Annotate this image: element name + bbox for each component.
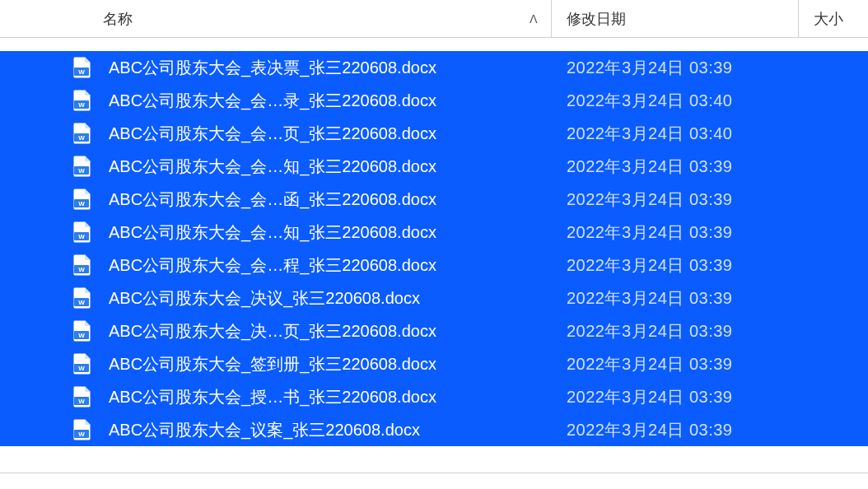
file-row-name-cell: W ABC公司股东大会_会…知_张三220608.docx: [0, 156, 552, 178]
file-row[interactable]: W ABC公司股东大会_签到册_张三220608.docx2022年3月24日 …: [0, 347, 868, 380]
file-row-name-cell: W ABC公司股东大会_决…页_张三220608.docx: [0, 320, 552, 342]
column-header-date[interactable]: 修改日期: [552, 0, 799, 37]
svg-text:W: W: [78, 431, 85, 438]
file-name-label: ABC公司股东大会_决议_张三220608.docx: [109, 287, 420, 310]
word-document-icon: W: [72, 123, 91, 144]
file-name-label: ABC公司股东大会_会…知_张三220608.docx: [109, 221, 436, 244]
file-date-label: 2022年3月24日 03:40: [552, 123, 799, 145]
svg-text:W: W: [78, 167, 85, 175]
file-row-name-cell: W ABC公司股东大会_签到册_张三220608.docx: [0, 353, 552, 375]
sort-ascending-icon: ᐱ: [530, 12, 538, 26]
file-date-label: 2022年3月24日 03:39: [552, 353, 799, 375]
word-document-icon: W: [72, 419, 91, 440]
word-document-icon: W: [72, 57, 91, 78]
word-document-icon: W: [72, 254, 91, 276]
column-header-size[interactable]: 大小: [799, 0, 868, 37]
file-row-name-cell: W ABC公司股东大会_会…录_张三220608.docx: [0, 90, 552, 112]
file-name-label: ABC公司股东大会_授…书_张三220608.docx: [109, 386, 436, 408]
file-row[interactable]: W ABC公司股东大会_会…函_张三220608.docx2022年3月24日 …: [0, 183, 868, 216]
file-name-label: ABC公司股东大会_表决票_张三220608.docx: [109, 57, 436, 79]
file-list: W ABC公司股东大会_表决票_张三220608.docx2022年3月24日 …: [0, 38, 868, 459]
word-document-icon: W: [72, 353, 91, 375]
column-header-name-label: 名称: [103, 9, 133, 29]
word-document-icon: W: [72, 90, 91, 111]
footer-divider: [0, 473, 868, 473]
word-document-icon: W: [72, 287, 91, 309]
file-row[interactable]: W ABC公司股东大会_表决票_张三220608.docx2022年3月24日 …: [0, 51, 868, 84]
file-row[interactable]: W ABC公司股东大会_授…书_张三220608.docx2022年3月24日 …: [0, 380, 868, 413]
file-name-label: ABC公司股东大会_决…页_张三220608.docx: [109, 320, 436, 342]
file-name-label: ABC公司股东大会_会…函_张三220608.docx: [109, 189, 436, 211]
file-row[interactable]: W ABC公司股东大会_决议_张三220608.docx2022年3月24日 0…: [0, 282, 868, 314]
column-header-name[interactable]: 名称 ᐱ: [0, 0, 552, 37]
file-date-label: 2022年3月24日 03:39: [552, 386, 799, 408]
word-document-icon: W: [72, 189, 91, 210]
file-row[interactable]: W ABC公司股东大会_议案_张三220608.docx2022年3月24日 0…: [0, 413, 868, 446]
word-document-icon: W: [72, 386, 91, 408]
file-date-label: 2022年3月24日 03:39: [552, 419, 799, 441]
file-row[interactable]: W ABC公司股东大会_会…录_张三220608.docx2022年3月24日 …: [0, 84, 868, 117]
svg-text:W: W: [78, 365, 85, 372]
file-date-label: 2022年3月24日 03:39: [552, 254, 799, 277]
svg-text:W: W: [78, 68, 85, 76]
file-row-name-cell: W ABC公司股东大会_授…书_张三220608.docx: [0, 386, 552, 408]
file-name-label: ABC公司股东大会_签到册_张三220608.docx: [109, 353, 436, 375]
file-row[interactable]: W ABC公司股东大会_会…页_张三220608.docx2022年3月24日 …: [0, 117, 868, 150]
file-name-label: ABC公司股东大会_会…页_张三220608.docx: [109, 123, 436, 145]
svg-text:W: W: [78, 134, 85, 142]
column-header-size-label: 大小: [814, 9, 843, 29]
file-row-name-cell: W ABC公司股东大会_议案_张三220608.docx: [0, 419, 552, 441]
file-date-label: 2022年3月24日 03:39: [552, 57, 799, 79]
file-row-name-cell: W ABC公司股东大会_会…知_张三220608.docx: [0, 221, 552, 244]
svg-text:W: W: [78, 332, 85, 339]
svg-text:W: W: [78, 101, 85, 109]
file-date-label: 2022年3月24日 03:40: [552, 90, 799, 112]
file-name-label: ABC公司股东大会_会…程_张三220608.docx: [109, 254, 436, 277]
word-document-icon: W: [72, 320, 91, 342]
svg-text:W: W: [78, 398, 85, 405]
file-row[interactable]: W ABC公司股东大会_会…知_张三220608.docx2022年3月24日 …: [0, 150, 868, 183]
file-row-name-cell: W ABC公司股东大会_表决票_张三220608.docx: [0, 57, 552, 79]
column-header-row: 名称 ᐱ 修改日期 大小: [0, 0, 868, 38]
file-row-name-cell: W ABC公司股东大会_会…函_张三220608.docx: [0, 189, 552, 211]
word-document-icon: W: [72, 156, 91, 177]
file-row-name-cell: W ABC公司股东大会_会…程_张三220608.docx: [0, 254, 552, 277]
file-row-name-cell: W ABC公司股东大会_决议_张三220608.docx: [0, 287, 552, 310]
file-name-label: ABC公司股东大会_会…录_张三220608.docx: [109, 90, 436, 112]
file-date-label: 2022年3月24日 03:39: [552, 287, 799, 310]
file-date-label: 2022年3月24日 03:39: [552, 156, 799, 178]
file-name-label: ABC公司股东大会_会…知_张三220608.docx: [109, 156, 436, 178]
word-document-icon: W: [72, 221, 91, 243]
column-header-date-label: 修改日期: [567, 9, 626, 29]
file-row[interactable]: W ABC公司股东大会_决…页_张三220608.docx2022年3月24日 …: [0, 314, 868, 347]
file-row[interactable]: W ABC公司股东大会_会…知_张三220608.docx2022年3月24日 …: [0, 216, 868, 249]
svg-text:W: W: [78, 200, 85, 207]
file-date-label: 2022年3月24日 03:39: [552, 320, 799, 342]
svg-text:W: W: [78, 266, 85, 273]
svg-text:W: W: [78, 233, 85, 240]
file-date-label: 2022年3月24日 03:39: [552, 221, 799, 244]
file-row[interactable]: W ABC公司股东大会_会…程_张三220608.docx2022年3月24日 …: [0, 249, 868, 282]
svg-text:W: W: [78, 299, 85, 306]
file-name-label: ABC公司股东大会_议案_张三220608.docx: [109, 419, 420, 441]
file-row-name-cell: W ABC公司股东大会_会…页_张三220608.docx: [0, 123, 552, 145]
file-date-label: 2022年3月24日 03:39: [552, 189, 799, 211]
